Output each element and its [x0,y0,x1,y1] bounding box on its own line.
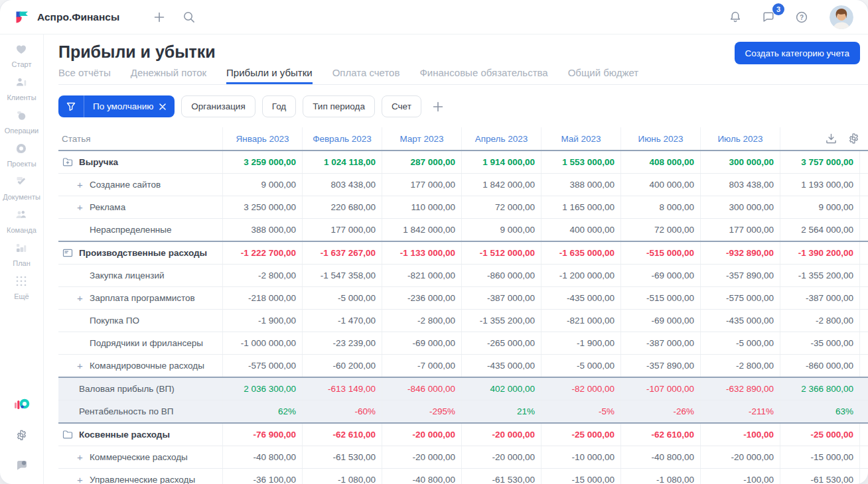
value-cell: -20 000,00 [461,424,541,446]
tab-financial-obligations[interactable]: Финансовые обязательства [419,67,547,84]
table-row[interactable]: +Коммерческие расходы-40 800,00-61 530,0… [58,446,868,468]
value-cell: -25 000,00 [780,424,859,446]
value-cell: -821 000,00 [541,310,620,332]
filter-chip-account[interactable]: Счет [382,95,421,117]
value-cell: -100,00 [700,424,780,446]
expand-icon[interactable]: + [76,474,84,484]
create-category-button[interactable]: Создать категорию учета [735,42,860,64]
table-row[interactable]: Выручка3 259 000,001 024 118,00287 000,0… [58,150,868,173]
quick-add-button[interactable] [150,8,169,27]
table-row[interactable]: +Реклама3 250 000,00220 680,00110 000,00… [58,196,868,218]
table-row[interactable]: Валовая прибыль (ВП)2 036 300,00-613 149… [58,377,868,400]
sidebar-item-team[interactable]: Команда [3,208,40,234]
remove-filter-icon[interactable] [159,103,166,110]
filter-chip-organization[interactable]: Организация [181,95,255,117]
value-cell: 72 000,00 [620,219,700,241]
row-label: Производственные расходы [79,248,207,258]
notifications-button[interactable] [726,8,745,27]
table-row[interactable]: Косвенные расходы-76 900,00-62 610,00-20… [58,422,868,446]
row-label-cell: Выручка [58,151,222,173]
user-avatar[interactable] [830,5,853,29]
sidebar-item-operations[interactable]: Операции [3,109,40,135]
filter-default-chip[interactable]: По умолчанию [58,95,175,117]
row-spacer-cell [859,310,868,332]
value-cell: 220 680,00 [302,196,382,218]
folder-icon[interactable] [62,430,73,440]
table-row[interactable]: Покупка ПО-1 900,00-1 470,00-2 800,00-1 … [58,309,868,332]
tab-profit-loss[interactable]: Прибыли и убытки [226,67,313,84]
sidebar-item-projects[interactable]: Проекты [3,142,40,168]
sidebar-item-start[interactable]: Старт [3,42,40,68]
sidebar-item-plan[interactable]: План [3,241,40,267]
value-cell: -20 000,00 [382,446,461,468]
value-cell: -69 000,00 [620,265,700,286]
value-cell: -20 000,00 [461,446,541,468]
feedback-button[interactable] [14,457,30,473]
expand-icon[interactable]: + [76,179,84,190]
row-spacer-cell [859,469,868,484]
value-cell: -26% [620,400,700,422]
table-row[interactable]: Производственные расходы-1 222 700,00-1 … [58,241,868,264]
filter-chip-period-type[interactable]: Тип периода [303,95,375,117]
help-button[interactable]: ? [792,8,811,27]
report-tabs: Все отчётыДенежный потокПрибыли и убытки… [58,67,868,85]
value-cell: 1 193 000,00 [780,174,859,196]
table-row[interactable]: Подрядчики и фрилансеры-1 000 000,00-23 … [58,332,868,354]
sidebar-item-documents[interactable]: Документы [3,175,40,201]
expand-icon[interactable]: + [76,292,84,304]
value-cell: -1 222 700,00 [222,242,302,264]
value-cell: -1 080,00 [302,469,382,484]
row-spacer-cell [859,242,868,264]
value-cell: -632 890,00 [700,378,780,400]
tab-general-budget[interactable]: Общий бюджет [568,67,639,84]
tab-bill-payment[interactable]: Оплата счетов [332,67,400,84]
sidebar-item-more[interactable]: Ещё [3,274,40,300]
messages-button[interactable]: 3 [759,8,778,27]
table-row[interactable]: Нераспределенные388 000,00177 000,001 84… [58,218,868,241]
sidebar-item-clients[interactable]: Клиенты [3,76,40,101]
value-cell: 177 000,00 [382,174,461,196]
settings-button[interactable] [14,427,30,443]
expand-icon[interactable]: + [76,202,84,213]
value-cell: -69 000,00 [382,332,461,354]
row-label: Выручка [79,157,118,167]
row-label-cell: +Командировочные расходы [58,355,222,377]
value-cell: -35 000,00 [780,332,859,354]
row-label: Подрядчики и фрилансеры [90,338,203,348]
value-cell: -25 000,00 [541,424,620,446]
value-cell: 9 000,00 [461,219,541,241]
table-row[interactable]: Рентабельность по ВП62%-60%-295%21%-5%-2… [58,400,868,422]
value-cell: -265 000,00 [461,332,541,354]
value-cell: 2 036 300,00 [222,378,302,400]
table-row[interactable]: +Зарплата программистов-218 000,00-5 000… [58,286,868,309]
expand-icon[interactable]: + [76,452,84,463]
value-cell: -846 000,00 [382,378,461,400]
row-spacer-cell [859,174,868,196]
value-cell: 388 000,00 [222,219,302,241]
value-cell: -211% [700,400,780,422]
filter-chip-year[interactable]: Год [262,95,297,117]
row-spacer-cell [859,219,868,241]
tab-cash-flow[interactable]: Денежный поток [131,67,206,84]
value-cell: 62% [222,400,302,422]
value-cell: -5 000,00 [700,332,780,354]
card-lines-icon[interactable] [62,248,73,258]
row-label: Покупка ПО [90,316,139,326]
table-row[interactable]: +Управленческие расходы-36 100,00-1 080,… [58,468,868,484]
download-report-button[interactable] [826,133,837,145]
month-column-header: Июль 2023 [700,127,780,150]
table-settings-button[interactable] [848,133,859,145]
value-cell: -435 000,00 [541,287,620,309]
expand-icon[interactable]: + [76,360,84,371]
table-row[interactable]: +Создание сайтов9 000,00803 438,00177 00… [58,173,868,196]
tab-all-reports[interactable]: Все отчёты [58,67,111,84]
value-cell: -20 000,00 [700,446,780,468]
month-column-header: Март 2023 [382,127,461,150]
table-row[interactable]: Закупка лицензий-2 800,00-1 547 358,00-8… [58,264,868,286]
search-button[interactable] [179,8,198,27]
folder-plus-icon[interactable] [62,157,73,167]
add-filter-button[interactable] [431,100,445,113]
table-row[interactable]: +Командировочные расходы-575 000,00-60 2… [58,354,868,377]
row-label-cell: +Реклама [58,196,222,218]
row-spacer-cell [859,355,868,377]
